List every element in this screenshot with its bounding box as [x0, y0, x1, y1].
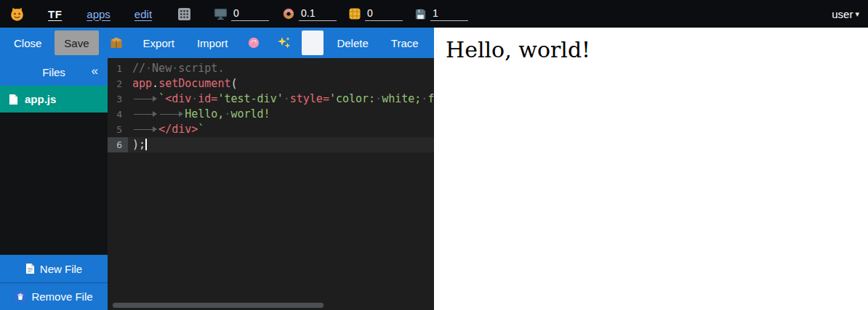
- horizontal-scrollbar[interactable]: [108, 303, 434, 309]
- space-marker: ·: [145, 62, 152, 75]
- tab-marker: [158, 110, 185, 118]
- code-token: </div>: [158, 123, 198, 136]
- delete-button[interactable]: Delete: [327, 30, 377, 55]
- code-editor[interactable]: 1//·New·script.2app.setDocument(3`<div·i…: [108, 58, 434, 310]
- chevron-down-icon: ▾: [855, 9, 859, 19]
- sidebar-empty-area: [0, 113, 108, 255]
- stat-value: 0: [231, 7, 269, 21]
- collapse-sidebar-icon[interactable]: «: [92, 64, 98, 78]
- code-token: (: [230, 77, 237, 90]
- scrollbar-thumb[interactable]: [113, 303, 324, 308]
- code-token: New: [152, 62, 172, 75]
- code-line-1[interactable]: 1//·New·script.: [108, 61, 434, 76]
- remove-file-label: Remove File: [31, 290, 92, 303]
- code-token: `: [158, 92, 165, 105]
- code-content: //·New·script.: [128, 61, 434, 76]
- floppy-disk-icon: [414, 8, 427, 20]
- code-token: //: [132, 62, 145, 75]
- files-header: Files «: [0, 58, 108, 86]
- close-button[interactable]: Close: [4, 30, 51, 55]
- file-item-appjs[interactable]: app.js: [0, 86, 108, 113]
- monitor-icon: [214, 8, 228, 20]
- code-token: );: [132, 138, 145, 151]
- package-button[interactable]: [103, 30, 130, 55]
- code-token: script.: [178, 62, 224, 75]
- tab-marker: [132, 94, 158, 103]
- app-grid-icon[interactable]: [178, 8, 190, 20]
- import-button[interactable]: Import: [188, 30, 238, 55]
- sparkles-icon: [277, 36, 292, 50]
- save-button[interactable]: Save: [55, 30, 98, 55]
- stat-value: 0.1: [299, 7, 337, 21]
- code-token: setDocument: [158, 77, 230, 90]
- code-token: .: [152, 77, 158, 90]
- code-token: app: [132, 77, 152, 90]
- tab-marker: [132, 125, 158, 134]
- line-number-5: 5: [108, 122, 128, 137]
- edit-link[interactable]: edit: [134, 8, 152, 20]
- home-link[interactable]: TF: [48, 8, 62, 20]
- export-button[interactable]: Export: [134, 30, 184, 55]
- code-lines: 1//·New·script.2app.setDocument(3`<div·i…: [108, 58, 434, 152]
- code-token: f: [427, 92, 434, 105]
- code-line-2[interactable]: 2app.setDocument(: [108, 76, 434, 91]
- code-token: 'test-div': [217, 92, 283, 105]
- code-token: world!: [230, 107, 270, 121]
- donut-icon: [282, 7, 295, 20]
- code-line-3[interactable]: 3`<div·id='test-div'·style='color:·white…: [108, 91, 434, 107]
- user-label: user: [832, 8, 853, 20]
- code-token: id=: [198, 92, 217, 105]
- new-file-icon: [25, 263, 35, 274]
- document-icon: [9, 94, 18, 105]
- files-sidebar: Files « app.js New File: [0, 58, 108, 310]
- space-marker: ·: [375, 92, 382, 105]
- stat-monitor: 0: [214, 7, 269, 21]
- code-content: app.setDocument(: [128, 76, 434, 91]
- code-line-4[interactable]: 4Hello,·world!: [108, 107, 434, 122]
- stat-donut: 0.1: [282, 7, 337, 21]
- package-icon: [109, 36, 124, 50]
- new-file-button[interactable]: New File: [0, 255, 108, 282]
- sparkles-button[interactable]: [270, 30, 298, 55]
- code-token: 'color:: [329, 92, 375, 105]
- line-number-3: 3: [108, 91, 128, 107]
- waffle-icon: [348, 7, 361, 20]
- space-marker: ·: [284, 92, 290, 105]
- text-cursor: [145, 139, 147, 150]
- code-token: Hello,: [185, 107, 224, 121]
- stat-waffle: 0: [348, 7, 403, 21]
- stat-value: 1: [430, 7, 468, 21]
- code-line-5[interactable]: 5</div>`: [108, 122, 434, 137]
- apps-link[interactable]: apps: [87, 8, 110, 20]
- blank-button[interactable]: [302, 30, 324, 55]
- space-marker: ·: [172, 62, 178, 75]
- file-name: app.js: [25, 93, 56, 105]
- code-token: <div: [165, 92, 191, 105]
- topbar: TF apps edit 0 0.1: [0, 0, 868, 28]
- editor-toolbar: Close Save Export Import: [0, 28, 434, 58]
- rendered-output: Hello, world!: [434, 28, 868, 310]
- trace-button[interactable]: Trace: [382, 30, 428, 55]
- user-menu[interactable]: user▾: [832, 8, 859, 20]
- line-number-6: 6: [108, 137, 128, 152]
- code-content: </div>`: [128, 122, 434, 137]
- code-content: `<div·id='test-div'·style='color:·white;…: [128, 91, 434, 107]
- tab-marker: [132, 110, 158, 118]
- line-number-2: 2: [108, 76, 128, 91]
- line-number-1: 1: [108, 61, 128, 76]
- code-token: style=: [290, 92, 329, 105]
- soap-button[interactable]: [241, 30, 267, 55]
- code-line-6[interactable]: 6);: [108, 137, 434, 152]
- space-marker: ·: [191, 92, 198, 105]
- remove-file-button[interactable]: Remove File: [0, 282, 108, 310]
- litter-bin-icon: [15, 291, 26, 303]
- code-token: `: [198, 123, 204, 136]
- code-content: Hello,·world!: [128, 107, 434, 122]
- cat-face-icon[interactable]: [9, 7, 25, 22]
- output-text: Hello, world!: [446, 38, 856, 63]
- code-content: );: [128, 137, 434, 152]
- new-file-label: New File: [40, 263, 82, 275]
- stat-value: 0: [365, 7, 403, 21]
- soap-icon: [247, 36, 260, 49]
- stat-floppy: 1: [414, 7, 468, 21]
